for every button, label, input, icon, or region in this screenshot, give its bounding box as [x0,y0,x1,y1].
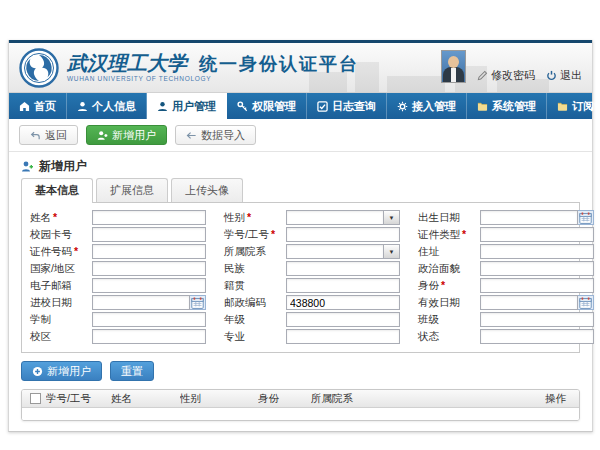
nav-item-user-mgmt[interactable]: 用户管理 [147,93,227,119]
user-avatar[interactable] [441,50,466,83]
tab-upload-avatar[interactable]: 上传头像 [171,178,243,202]
add-user-section-icon [21,160,34,173]
add-user-toolbar-button[interactable]: 新增用户 [86,125,167,145]
field-postal-code: 邮政编码* [224,295,400,310]
header: 武汉理工大学 统一身份认证平台 WUHAN UNIVERSITY OF TECH… [9,43,592,93]
field-class: 班级* [418,312,594,327]
section-title-label: 新增用户 [39,158,87,175]
column-header-3: 身份 [258,392,311,406]
calendar-icon[interactable] [578,210,594,225]
grade-input[interactable] [286,312,400,327]
field-student-staff-id: 学号/工号* [224,227,400,242]
users-table-header: 学号/工号姓名性别身份所属院系操作 [22,390,579,408]
birth-date-input[interactable] [480,210,578,225]
select-all-checkbox[interactable] [30,393,41,404]
log-icon [317,101,328,112]
dropdown-arrow-icon[interactable]: ▼ [384,244,400,259]
field-gender: 性别* ▼ [224,210,400,225]
id-number-input[interactable] [92,244,206,259]
home-icon [19,101,30,112]
users-table: 学号/工号姓名性别身份所属院系操作 [21,389,580,421]
nav-item-home[interactable]: 首页 [9,93,67,119]
university-logo-icon [19,48,59,88]
postal-code-input[interactable] [286,295,400,310]
field-department: 所属院系* ▼ [224,244,400,259]
field-email: 电子邮箱* [30,278,206,293]
change-password-link[interactable]: 修改密码 [477,68,535,83]
gender-input[interactable] [286,210,384,225]
department-input[interactable] [286,244,384,259]
platform-title: 统一身份认证平台 [199,54,359,74]
app-window: 武汉理工大学 统一身份认证平台 WUHAN UNIVERSITY OF TECH… [8,40,593,432]
ethnicity-input[interactable] [286,261,400,276]
calendar-icon[interactable] [190,295,206,310]
plus-circle-icon [32,366,43,377]
campus-card-no-input[interactable] [92,227,206,242]
content-area: 返回 新增用户 数据导入 新增用户 基本信息扩展信息上传头像 姓名* [9,119,592,421]
native-place-input[interactable] [286,278,400,293]
name-input[interactable] [92,210,206,225]
logout-label: 退出 [560,68,582,83]
nav-item-access-mgmt[interactable]: 接入管理 [387,93,467,119]
university-name-english: WUHAN UNIVERSITY OF TECHNOLOGY [67,75,359,82]
logout-link[interactable]: 退出 [546,68,582,83]
column-header-5: 操作 [545,392,579,406]
key-icon [237,101,248,112]
nav-item-system-mgmt[interactable]: 系统管理 [467,93,547,119]
reset-button-label: 重置 [121,365,143,377]
identity-input[interactable] [480,278,594,293]
field-country-region: 国家/地区* [30,261,206,276]
submit-add-user-button[interactable]: 新增用户 [21,361,102,381]
field-ethnicity: 民族* [224,261,400,276]
column-header-2: 性别 [180,392,258,406]
users-table-empty-body [22,408,579,420]
campus-input[interactable] [92,329,206,344]
field-id-type: 证件类型* [418,227,594,242]
back-button[interactable]: 返回 [19,125,78,145]
political-status-input[interactable] [480,261,594,276]
user-icon [77,101,88,112]
status-input[interactable] [480,329,594,344]
student-staff-id-input[interactable] [286,227,400,242]
main-nav: 首页 个人信息 用户管理 权限管理 日志查询 接入管理 系统管理 订阅管理 [9,93,592,119]
nav-item-log-query[interactable]: 日志查询 [307,93,387,119]
id-type-input[interactable] [480,227,594,242]
data-import-label: 数据导入 [201,129,245,141]
submit-add-user-label: 新增用户 [47,365,91,377]
column-header-1: 姓名 [111,392,180,406]
tab-extended-info[interactable]: 扩展信息 [96,178,168,202]
form-actions: 新增用户 重置 [9,353,592,389]
dropdown-arrow-icon[interactable]: ▼ [384,210,400,225]
field-name: 姓名* [30,210,206,225]
folder-icon [557,101,568,112]
nav-item-permission-mgmt[interactable]: 权限管理 [227,93,307,119]
field-valid-date: 有效日期* [418,295,594,310]
nav-item-subscription-mgmt[interactable]: 订阅管理 [547,93,600,119]
country-region-input[interactable] [92,261,206,276]
field-birth-date: 出生日期* [418,210,594,225]
nav-item-profile[interactable]: 个人信息 [67,93,147,119]
class-input[interactable] [480,312,594,327]
section-title: 新增用户 [9,152,592,178]
power-icon [546,70,557,81]
field-major: 专业* [224,329,400,344]
enrollment-date-input[interactable] [92,295,190,310]
new-user-form: 姓名* 性别* ▼ 出生日期* 校园卡号* 学号/工号* [21,202,580,353]
toolbar: 返回 新增用户 数据导入 [9,119,592,152]
field-enrollment-date: 进校日期* [30,295,206,310]
field-address: 住址* [418,244,594,259]
field-political-status: 政治面貌* [418,261,594,276]
field-id-number: 证件号码* [30,244,206,259]
address-input[interactable] [480,244,594,259]
field-grade: 年级* [224,312,400,327]
email-input[interactable] [92,278,206,293]
valid-date-input[interactable] [480,295,578,310]
reset-button[interactable]: 重置 [110,361,154,381]
major-input[interactable] [286,329,400,344]
user-bar: 修改密码 退出 [441,50,582,86]
calendar-icon[interactable] [578,295,594,310]
study-length-input[interactable] [92,312,206,327]
field-status: 状态* [418,329,594,344]
data-import-button[interactable]: 数据导入 [175,125,256,145]
tab-basic-info[interactable]: 基本信息 [21,178,93,203]
